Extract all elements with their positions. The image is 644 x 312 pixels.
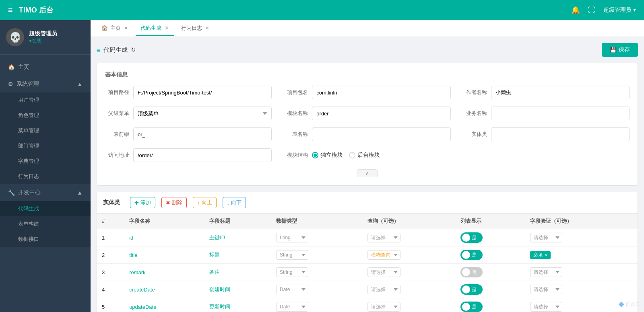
sidebar-item-code-gen[interactable]: 代码生成: [0, 201, 91, 216]
toggle-1[interactable]: 是: [460, 232, 483, 243]
down-button[interactable]: ↓ 向下: [223, 197, 246, 208]
sidebar-item-form-builder[interactable]: 表单构建: [0, 216, 91, 232]
toggle-5[interactable]: 是: [460, 302, 483, 312]
sidebar-item-label: 主页: [18, 64, 29, 71]
module-name-input[interactable]: [312, 107, 450, 120]
row-num: 3: [97, 264, 124, 281]
parent-menu-select[interactable]: 顶级菜单: [133, 107, 272, 120]
validation-select-3[interactable]: 请选择 必填: [530, 267, 562, 277]
sidebar-menu: 🏠 主页 ⚙ 系统管理 ▲ 用户管理 角色管理 菜单管理 部门管理 字典管理 行…: [0, 55, 91, 251]
tab-home[interactable]: 🏠 主页 ✕: [97, 21, 134, 36]
entity-table-body: 1 id 主键ID Long String Date: [97, 229, 638, 312]
add-label: 添加: [140, 199, 151, 206]
delete-icon: ✖: [166, 200, 170, 206]
dev-icon: 🔧: [8, 189, 15, 196]
sidebar-item-user-mgmt[interactable]: 用户管理: [0, 92, 91, 108]
up-icon: ↑: [197, 200, 200, 206]
toggle-knob-4: [462, 285, 470, 294]
radio-backend[interactable]: 后台模块: [349, 152, 380, 159]
form-group-placeholder: [463, 148, 630, 162]
query-select-2[interactable]: 请选择 模糊查询 精确查询: [367, 250, 400, 260]
row-validation: 必填 ×: [525, 246, 638, 264]
delete-button[interactable]: ✖ 删除: [161, 197, 187, 208]
sidebar-item-role-mgmt[interactable]: 角色管理: [0, 108, 91, 123]
sidebar-item-dept-mgmt[interactable]: 部门管理: [0, 138, 91, 154]
query-select-5[interactable]: 请选择 模糊查询: [367, 302, 400, 312]
menu-toggle-icon[interactable]: ≡: [8, 6, 13, 15]
query-select-4[interactable]: 请选择 模糊查询: [367, 285, 400, 294]
toggle-3[interactable]: 否: [460, 267, 483, 277]
tab-behavior-log-close[interactable]: ✕: [204, 25, 210, 31]
tab-behavior-log[interactable]: 行为日志 ✕: [176, 21, 215, 36]
up-label: 向上: [202, 199, 212, 206]
sidebar-item-menu-mgmt[interactable]: 菜单管理: [0, 123, 91, 138]
watermark: 🔷 亿速云: [618, 301, 640, 308]
validation-select-5[interactable]: 请选择 必填: [530, 302, 562, 312]
tab-code-gen[interactable]: 代码生成 ✕: [136, 21, 174, 36]
page-content: ≡ 代码生成 ↻ 💾 保存 基本信息 项目路径: [91, 37, 644, 312]
save-icon: 💾: [610, 47, 617, 53]
module-name-label: 模块名称: [284, 110, 308, 117]
tab-code-gen-close[interactable]: ✕: [164, 25, 169, 31]
data-type-select-3[interactable]: Long String Date: [276, 267, 308, 277]
toggle-4[interactable]: 是: [460, 284, 483, 295]
project-path-input[interactable]: [133, 86, 272, 99]
entity-class-input[interactable]: [491, 127, 630, 141]
bell-icon[interactable]: 🔔: [571, 6, 580, 14]
tab-bar: 🏠 主页 ✕ 代码生成 ✕ 行为日志 ✕: [91, 20, 644, 37]
save-button[interactable]: 💾 保存: [602, 43, 638, 57]
radio-standalone[interactable]: 独立模块: [312, 152, 343, 159]
radio-backend-label: 后台模块: [357, 152, 380, 159]
sidebar-item-data-api[interactable]: 数据接口: [0, 232, 91, 247]
query-select-1[interactable]: 请选择 模糊查询 精确查询: [367, 233, 400, 242]
row-data-type: Long String Date: [271, 281, 363, 298]
entity-table-header-row: # 字段名称 字段标题 数据类型 查询（可选） 列表显示 字段验证（可选）: [97, 213, 638, 229]
sidebar-group-system[interactable]: ⚙ 系统管理 ▲: [0, 76, 91, 92]
expand-icon[interactable]: ⛶: [588, 6, 595, 14]
table-prefix-input[interactable]: [133, 127, 272, 141]
sidebar-group-dev-label: 开发中心: [18, 189, 41, 196]
query-select-3[interactable]: 请选择 模糊查询: [367, 267, 400, 277]
refresh-icon[interactable]: ↻: [131, 46, 136, 53]
row-field-name: id: [124, 229, 204, 246]
data-type-select-1[interactable]: Long String Date: [276, 233, 308, 242]
toggle-knob-1: [462, 234, 470, 242]
data-type-select-2[interactable]: Long String Date: [276, 250, 308, 260]
entity-table-head: # 字段名称 字段标题 数据类型 查询（可选） 列表显示 字段验证（可选）: [97, 213, 638, 229]
collapse-button[interactable]: ∧: [357, 169, 378, 177]
form-group-business-name: 业务名称: [463, 107, 630, 120]
user-menu[interactable]: 超级管理员 ▾: [603, 6, 636, 14]
row-field-title: 创建时间: [204, 281, 271, 298]
project-package-input[interactable]: [312, 86, 450, 99]
sidebar-item-behavior-log[interactable]: 行为日志: [0, 169, 91, 184]
main-layout: 💀 超级管理员 ●在线 🏠 主页 ⚙ 系统管理 ▲ 用户管理: [0, 20, 644, 312]
form-group-parent-menu: 父级菜单 顶级菜单: [105, 107, 272, 120]
row-query: 请选择 模糊查询: [363, 264, 456, 281]
form-row-2: 父级菜单 顶级菜单 模块名称 业务名称: [105, 107, 630, 120]
required-tag-close[interactable]: ×: [545, 252, 547, 258]
project-package-label: 项目包名: [284, 89, 308, 96]
add-button[interactable]: ✚ 添加: [130, 197, 155, 208]
up-button[interactable]: ↑ 向上: [193, 197, 217, 208]
table-name-input[interactable]: [312, 127, 450, 141]
access-url-input[interactable]: [133, 148, 272, 162]
col-list-display: 列表显示: [456, 213, 525, 229]
form-group-author: 作者名称: [463, 86, 630, 99]
author-input[interactable]: [491, 86, 630, 99]
form-group-module-struct: 模块结构 独立模块 后台模块: [284, 148, 450, 162]
data-type-select-5[interactable]: Long String Date: [276, 302, 308, 312]
toggle-2[interactable]: 是: [460, 250, 483, 260]
sidebar-group-dev[interactable]: 🔧 开发中心 ▲: [0, 184, 91, 201]
add-icon: ✚: [134, 200, 139, 206]
project-path-label: 项目路径: [105, 89, 129, 96]
sidebar-item-home[interactable]: 🏠 主页: [0, 59, 91, 76]
validation-select-1[interactable]: 请选择 必填: [530, 233, 562, 242]
basic-info-title: 基本信息: [105, 71, 630, 78]
entity-header: 实体类 ✚ 添加 ✖ 删除 ↑ 向上 ↓ 向下: [97, 192, 638, 213]
tab-home-close[interactable]: ✕: [123, 25, 129, 31]
validation-select-4[interactable]: 请选择 必填: [530, 285, 562, 294]
data-type-select-4[interactable]: Long String Date: [276, 285, 308, 294]
business-name-input[interactable]: [491, 107, 630, 120]
sidebar-item-dict-mgmt[interactable]: 字典管理: [0, 154, 91, 169]
user-status: ●在线: [29, 37, 57, 44]
